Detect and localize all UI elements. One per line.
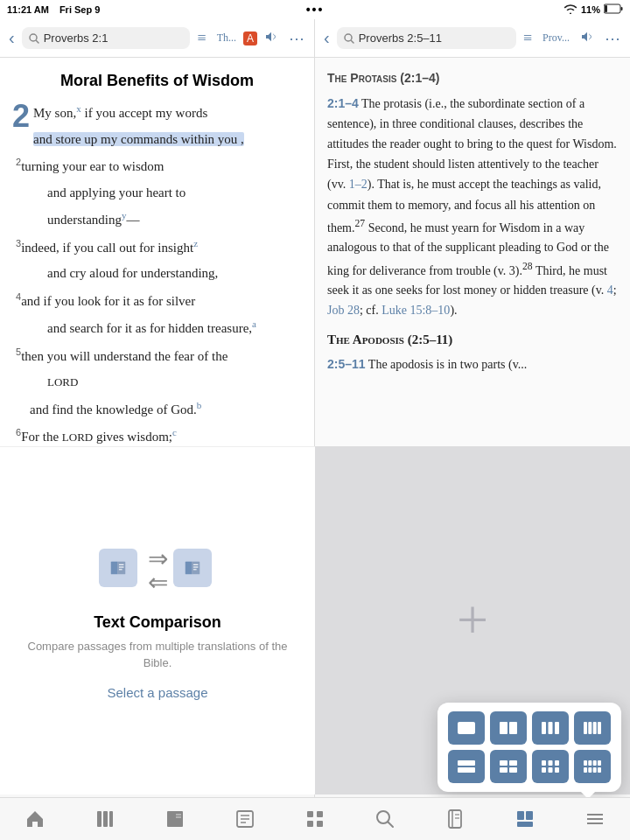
nav-right: ‹ Proverbs 2:5–11 ≡ Prov... ⋯: [315, 19, 630, 57]
svg-rect-12: [458, 722, 475, 734]
more-icon-right[interactable]: ⋯: [601, 25, 625, 52]
layout-btn-5[interactable]: [448, 750, 485, 783]
apodosis-text: The apodosis is in two parts (v...: [368, 358, 527, 371]
list-icon-right[interactable]: ≡: [520, 25, 536, 51]
search-box-right[interactable]: Proverbs 2:5–11: [337, 27, 516, 49]
verse-5-line2: Lord: [12, 371, 302, 394]
comparison-description: Compare passages from multiple translati…: [18, 639, 298, 670]
volume-icon-right[interactable]: [577, 26, 598, 51]
svg-rect-22: [458, 760, 475, 766]
commentary-text-5: ;: [613, 284, 617, 297]
svg-rect-51: [307, 811, 313, 817]
more-icon-left[interactable]: ⋯: [285, 25, 309, 52]
footnote-c: c: [172, 427, 177, 438]
svg-rect-60: [517, 811, 524, 820]
sup-27: 27: [355, 218, 366, 229]
battery-icon: [604, 4, 623, 16]
tab-menu[interactable]: [560, 798, 630, 840]
verse-2-number: 2: [12, 101, 30, 132]
prov-label[interactable]: Prov...: [539, 28, 573, 48]
th-label[interactable]: Th...: [214, 28, 240, 48]
link-vv12[interactable]: 1–2: [349, 178, 368, 191]
svg-rect-42: [97, 811, 102, 827]
link-v4[interactable]: 4: [607, 284, 613, 297]
commentary-text-6: ; cf.: [360, 304, 382, 317]
back-button-right[interactable]: ‹: [320, 24, 333, 52]
tab-layout[interactable]: [490, 798, 560, 840]
three-dots: •••: [306, 3, 325, 17]
layout-btn-2[interactable]: [490, 711, 527, 745]
layout-btn-3[interactable]: [532, 711, 569, 745]
layout-btn-8[interactable]: [574, 750, 611, 783]
svg-rect-1: [621, 7, 623, 10]
layout-btn-7[interactable]: [532, 750, 569, 783]
svg-rect-18: [584, 722, 587, 734]
tab-home[interactable]: [0, 798, 70, 840]
svg-rect-13: [500, 722, 508, 734]
lord-text-1: Lord: [47, 375, 78, 388]
status-left: 11:21 AM Fri Sep 9: [7, 4, 100, 15]
layout-btn-4[interactable]: [574, 711, 611, 745]
tab-notes[interactable]: [210, 798, 280, 840]
status-day: Fri Sep 9: [60, 4, 100, 15]
chapter-title: Moral Benefits of Wisdom: [12, 72, 302, 90]
svg-rect-44: [109, 811, 113, 827]
tab-search[interactable]: [350, 798, 420, 840]
svg-rect-26: [500, 767, 508, 773]
font-icon-left[interactable]: A: [243, 32, 257, 46]
footnote-x: x: [76, 103, 81, 114]
verse-num-6: 6: [16, 427, 21, 438]
select-passage-link[interactable]: Select a passage: [107, 685, 207, 700]
verse-2-text1: My son,: [33, 106, 76, 120]
status-bar: 11:21 AM Fri Sep 9 ••• 11%: [0, 0, 630, 19]
comparison-icon-area: ⇒ ⇐: [99, 542, 217, 599]
tab-book[interactable]: [140, 798, 210, 840]
svg-rect-20: [593, 722, 597, 734]
tab-library[interactable]: [70, 798, 140, 840]
svg-rect-35: [588, 760, 592, 766]
layout-btn-6[interactable]: [490, 750, 527, 783]
commentary-text-7: ).: [450, 304, 457, 317]
footnote-z: z: [193, 238, 198, 248]
book-icon-left: [99, 549, 143, 592]
back-button-left[interactable]: ‹: [5, 24, 18, 52]
svg-rect-31: [542, 767, 546, 773]
svg-rect-17: [555, 722, 559, 734]
layout-btn-1[interactable]: [448, 711, 485, 745]
svg-rect-23: [458, 767, 475, 773]
status-right: 11%: [564, 4, 623, 16]
tab-grid[interactable]: [280, 798, 350, 840]
apodosis-ref-text: 2:5–11 The apodosis is in two parts (v..…: [327, 354, 618, 374]
status-time: 11:21 AM: [7, 4, 49, 15]
footnote-y: y: [122, 210, 127, 220]
svg-rect-34: [584, 760, 587, 766]
volume-icon-left[interactable]: [261, 26, 282, 51]
link-job28[interactable]: Job 28: [327, 304, 360, 317]
svg-rect-38: [584, 767, 587, 773]
layout-popup: [438, 703, 621, 792]
verse-4-line1: 4and if you look for it as for silver: [12, 289, 302, 313]
svg-rect-62: [517, 822, 533, 827]
verse-2-line1: 2 My son,x if you accept my words: [12, 101, 302, 125]
svg-rect-29: [549, 760, 553, 766]
sup-28: 28: [522, 261, 533, 272]
tab-notebook[interactable]: [420, 798, 490, 840]
svg-rect-39: [588, 767, 592, 773]
add-icon[interactable]: +: [457, 588, 488, 653]
svg-rect-27: [509, 767, 517, 773]
list-icon-left[interactable]: ≡: [193, 25, 209, 51]
text-comparison-panel: ⇒ ⇐ Text Comparison Compare passages fro…: [0, 446, 315, 794]
verse-6-line1: 6For the Lord gives wisdom;c: [12, 424, 302, 449]
verse-num-3: 3: [16, 238, 21, 248]
svg-rect-15: [542, 722, 546, 734]
apodosis-title: The Apodosis (2:5–11): [327, 329, 618, 351]
swap-icon: ⇒ ⇐: [148, 542, 168, 599]
search-box-left[interactable]: Proverbs 2:1: [22, 27, 191, 49]
bible-text-content: 2 My son,x if you accept my words and st…: [12, 101, 302, 502]
battery-level: 11%: [581, 4, 600, 15]
svg-rect-53: [307, 821, 313, 827]
commentary-body: 2:1–4 The protasis (i.e., the subordinat…: [327, 94, 618, 320]
svg-rect-25: [509, 760, 517, 766]
link-luke[interactable]: Luke 15:8–10: [382, 304, 450, 317]
verse-2-text2: if you accept my words: [84, 106, 207, 120]
